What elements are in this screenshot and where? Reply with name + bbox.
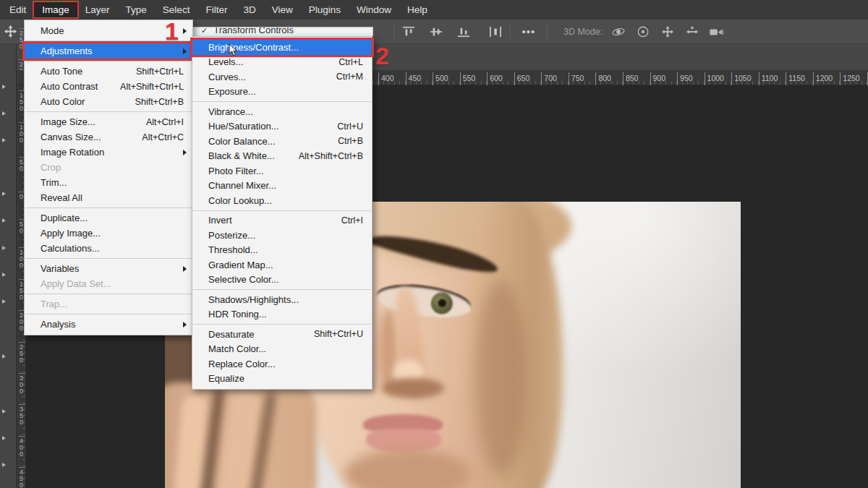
- adjustments-menu-item-color-balance[interactable]: Color Balance...Ctrl+B: [192, 134, 372, 149]
- adjustments-submenu: Brightness/Contrast...Levels...Ctrl+LCur…: [192, 36, 373, 390]
- image-menu-separator: [25, 314, 192, 314]
- image-menu-item-calculations[interactable]: Calculations...: [25, 241, 192, 256]
- menu-item-label: Hue/Saturation...: [208, 121, 279, 132]
- image-menu-item-trap[interactable]: Trap...: [25, 296, 192, 312]
- menubar-item-plugins[interactable]: Plugins: [301, 2, 349, 17]
- align-bottom-icon[interactable]: [455, 23, 472, 40]
- adjustments-menu-item-hdr-toning[interactable]: HDR Toning...: [192, 307, 372, 322]
- ruler-label: 800: [595, 72, 611, 85]
- image-menu-item-duplicate[interactable]: Duplicate...: [25, 210, 192, 226]
- menu-item-shortcut: Alt+Ctrl+I: [146, 117, 187, 127]
- menu-item-label: Duplicate...: [41, 213, 88, 223]
- adjustments-menu-item-threshold[interactable]: Threshold...: [192, 243, 372, 258]
- menubar-item-edit[interactable]: Edit: [1, 2, 34, 17]
- ruler-label: 1100: [759, 72, 778, 85]
- align-top-icon[interactable]: [400, 23, 417, 40]
- adjustments-menu-item-equalize[interactable]: Equalize: [192, 372, 372, 387]
- image-menu-item-analysis[interactable]: Analysis: [25, 317, 192, 332]
- image-menu-item-image-size[interactable]: Image Size...Alt+Ctrl+I: [25, 114, 192, 129]
- image-menu-item-image-rotation[interactable]: Image Rotation: [25, 145, 192, 160]
- menu-item-label: Curves...: [208, 72, 246, 82]
- menubar-item-type[interactable]: Type: [118, 2, 155, 17]
- ruler-label: 2 5 0: [17, 344, 26, 364]
- ruler-label: 1000: [705, 72, 724, 85]
- adjustments-menu-item-selective-color[interactable]: Selective Color...: [192, 273, 372, 288]
- image-menu-item-adjustments[interactable]: Adjustments: [25, 43, 192, 59]
- menu-item-label: Exposure...: [208, 86, 256, 97]
- adjustments-menu-item-brightness-contrast[interactable]: Brightness/Contrast...: [192, 40, 372, 55]
- adjustments-menu-item-hue-saturation[interactable]: Hue/Saturation...Ctrl+U: [192, 119, 372, 134]
- 3d-slide-icon[interactable]: [684, 23, 701, 40]
- adjustments-menu-item-posterize[interactable]: Posterize...: [192, 228, 372, 243]
- menubar-item-help[interactable]: Help: [399, 2, 435, 17]
- ruler-label: 4 0 0: [17, 438, 26, 458]
- menubar-item-select[interactable]: Select: [155, 2, 198, 17]
- menubar-item-view[interactable]: View: [264, 2, 301, 17]
- ruler-tick: [19, 467, 25, 468]
- ruler-label: 950: [677, 72, 693, 85]
- menu-item-label: Auto Tone: [41, 66, 82, 77]
- menu-item-label: Analysis: [41, 319, 75, 330]
- menu-item-label: Calculations...: [41, 243, 100, 254]
- 3d-camera-icon[interactable]: [708, 23, 726, 40]
- align-middle-icon[interactable]: [427, 23, 445, 40]
- menu-item-label: Color Balance...: [208, 136, 276, 147]
- image-menu-item-apply-image[interactable]: Apply Image...: [25, 226, 192, 241]
- image-menu-item-auto-color[interactable]: Auto ColorShift+Ctrl+B: [25, 94, 192, 109]
- adjustments-menu-item-photo-filter[interactable]: Photo Filter...: [192, 163, 372, 179]
- ruler-label: 900: [650, 72, 666, 85]
- image-menu-item-variables[interactable]: Variables: [25, 261, 192, 276]
- menu-item-shortcut: Ctrl+B: [338, 136, 366, 146]
- 3d-orbit-icon[interactable]: [610, 23, 627, 40]
- adjustments-menu-item-exposure[interactable]: Exposure...: [192, 85, 372, 100]
- adjustments-menu-item-match-color[interactable]: Match Color...: [192, 342, 372, 357]
- 3d-roll-icon[interactable]: [634, 23, 652, 40]
- menu-item-shortcut: Shift+Ctrl+L: [136, 67, 187, 77]
- menubar-item-filter[interactable]: Filter: [197, 2, 235, 17]
- adjustments-menu-item-vibrance[interactable]: Vibrance...: [192, 104, 372, 119]
- submenu-arrow-icon: [183, 48, 187, 54]
- menubar-item-image[interactable]: Image: [34, 2, 77, 17]
- ruler-tick: [19, 373, 25, 374]
- image-menu-item-auto-tone[interactable]: Auto ToneShift+Ctrl+L: [25, 64, 192, 79]
- image-menu-item-crop[interactable]: Crop: [25, 160, 192, 175]
- adjustments-menu-item-color-lookup[interactable]: Color Lookup...: [192, 193, 372, 208]
- image-menu-item-apply-data-set[interactable]: Apply Data Set...: [25, 276, 192, 291]
- menu-item-shortcut: Alt+Shift+Ctrl+B: [299, 151, 366, 161]
- menubar-item-layer[interactable]: Layer: [77, 2, 118, 17]
- adjustments-menu-item-levels[interactable]: Levels...Ctrl+L: [192, 55, 372, 70]
- adjustments-menu-item-shadows-highlights[interactable]: Shadows/Highlights...: [192, 292, 372, 307]
- adjustments-menu-item-channel-mixer[interactable]: Channel Mixer...: [192, 179, 372, 194]
- tool-corner-marker: [2, 273, 6, 277]
- image-menu-separator: [25, 207, 192, 208]
- menu-item-label: Vibrance...: [208, 106, 253, 117]
- adjustments-menu-item-invert[interactable]: InvertCtrl+I: [192, 213, 372, 228]
- 3d-pan-icon[interactable]: [659, 23, 676, 40]
- adjustments-menu-item-curves[interactable]: Curves...Ctrl+M: [192, 69, 372, 85]
- menu-item-label: Brightness/Contrast...: [208, 42, 299, 53]
- distribute-horizontal-icon[interactable]: [487, 23, 504, 40]
- menu-item-shortcut: Shift+Ctrl+B: [135, 97, 187, 107]
- menu-item-label: Auto Contrast: [41, 81, 98, 92]
- menubar-item-window[interactable]: Window: [349, 2, 399, 17]
- image-menu-item-trim[interactable]: Trim...: [25, 175, 192, 190]
- adjustments-menu-item-desaturate[interactable]: DesaturateShift+Ctrl+U: [192, 327, 372, 342]
- ruler-label: 500: [433, 72, 448, 85]
- more-options-button[interactable]: •••: [516, 23, 541, 40]
- image-menu-item-canvas-size[interactable]: Canvas Size...Alt+Ctrl+C: [25, 129, 192, 145]
- ruler-label: 4 5 0: [17, 469, 26, 488]
- tool-corner-marker: [2, 409, 6, 414]
- image-menu-item-reveal-all[interactable]: Reveal All: [25, 190, 192, 205]
- ruler-label: 850: [623, 72, 639, 85]
- check-icon: ✓: [201, 27, 208, 35]
- menu-item-label: Color Lookup...: [208, 195, 272, 206]
- image-menu-item-auto-contrast[interactable]: Auto ContrastAlt+Shift+Ctrl+L: [25, 79, 192, 94]
- menu-item-label: Image Rotation: [41, 147, 104, 158]
- ruler-label: 750: [569, 72, 584, 85]
- adjustments-menu-item-black-white[interactable]: Black & White...Alt+Shift+Ctrl+B: [192, 149, 372, 164]
- tool-corner-marker: [2, 463, 6, 467]
- adjustments-menu-item-replace-color[interactable]: Replace Color...: [192, 356, 372, 372]
- adjustments-menu-item-gradient-map[interactable]: Gradient Map...: [192, 257, 372, 273]
- menubar-item-3d[interactable]: 3D: [235, 2, 263, 17]
- menu-item-label: Invert: [208, 215, 232, 226]
